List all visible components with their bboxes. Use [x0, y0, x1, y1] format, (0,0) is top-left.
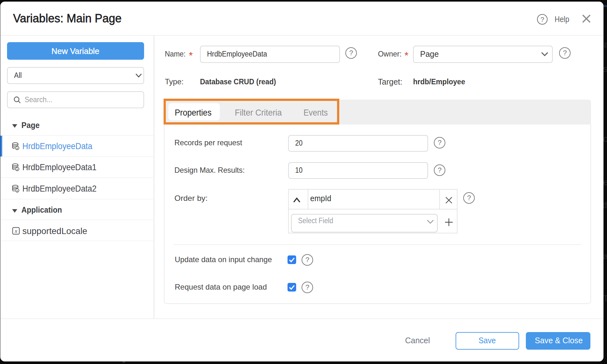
svg-text:x: x — [16, 189, 18, 192]
svg-text:x: x — [16, 146, 18, 150]
svg-text:x: x — [14, 228, 17, 234]
svg-text:x: x — [16, 167, 18, 171]
